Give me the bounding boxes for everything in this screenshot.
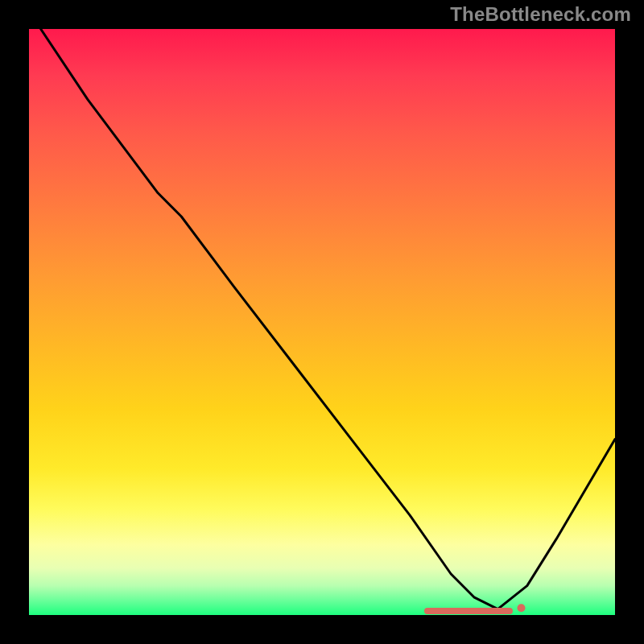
plot-area (29, 29, 615, 615)
watermark-text: TheBottleneck.com (450, 3, 631, 26)
chart-svg (29, 29, 615, 615)
optimal-marker-dot (518, 604, 526, 612)
bottleneck-curve (41, 29, 615, 609)
chart-container: TheBottleneck.com (0, 0, 644, 644)
